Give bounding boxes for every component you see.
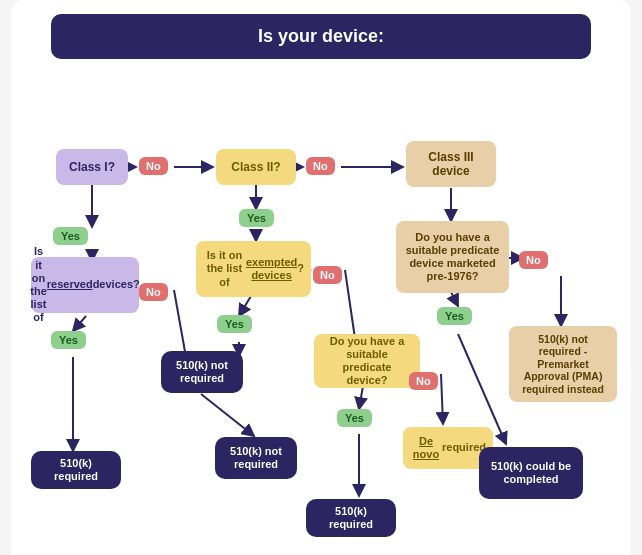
510k-could-node: 510(k) could be completed [479,447,583,499]
510k-not-required-2: 510(k) not required [215,437,297,479]
class-ii-node: Class II? [216,149,296,185]
yes-class-ii-badge: Yes [239,209,274,227]
class-iii-node: Class III device [406,141,496,187]
flowchart: Class I? Class II? Class III device No N… [21,59,621,549]
pma-node: 510(k) not required - Premarket Approval… [509,326,617,402]
yes-class3-predicate-badge: Yes [437,307,472,325]
no-class2-predicate-badge: No [409,372,438,390]
yes-class2-predicate-badge: Yes [337,409,372,427]
no-reserved-badge: No [139,283,168,301]
svg-line-27 [201,394,254,436]
class-i-node: Class I? [56,149,128,185]
no-class-i-badge: No [139,157,168,175]
predicate-class3-node: Do you have a suitable predicate device … [396,221,509,293]
no-class-ii-badge: No [306,157,335,175]
svg-line-16 [73,316,86,331]
diagram-container: Is your device: [11,0,631,555]
510k-not-required-1: 510(k) not required [161,351,243,393]
reserved-node: Is it on the list of reserved devices? [31,257,139,313]
yes-class-i-badge: Yes [53,227,88,245]
svg-line-24 [441,374,443,424]
yes-reserved-badge: Yes [51,331,86,349]
510k-required-1: 510(k) required [31,451,121,489]
svg-line-11 [239,296,251,316]
svg-line-25 [359,386,363,409]
exempted-node: Is it on the list of exempted devices? [196,241,311,297]
yes-exempted-badge: Yes [217,315,252,333]
title-box: Is your device: [51,14,591,59]
no-class3-predicate-badge: No [519,251,548,269]
predicate-class2-node: Do you have a suitable predicate device? [314,334,420,388]
no-exempted-badge: No [313,266,342,284]
510k-required-2: 510(k) required [306,499,396,537]
svg-line-21 [451,292,458,306]
